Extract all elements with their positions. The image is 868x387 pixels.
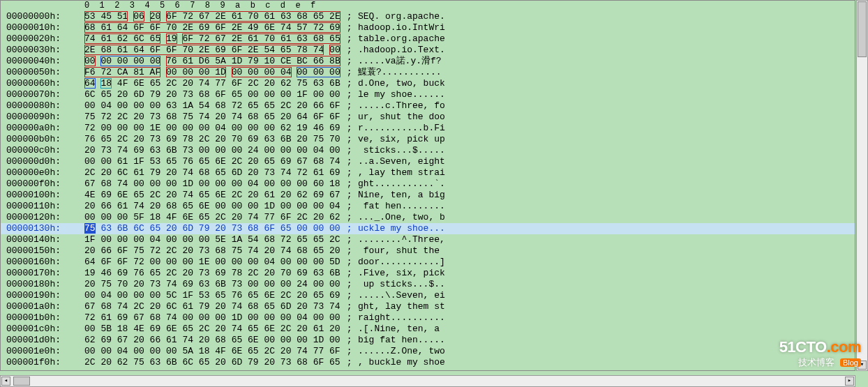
ascii-column[interactable]: r...........b.Fi: [358, 123, 445, 134]
hex-segment[interactable]: 00: [329, 45, 341, 55]
hex-segment[interactable]: [112, 78, 117, 89]
scroll-left-icon[interactable]: ◂: [1, 377, 10, 386]
hex-bytes[interactable]: 00 5B 18 4E 69 6E 65 2C 20 74 65 6E 2C 2…: [84, 324, 341, 335]
hex-bytes[interactable]: 20 66 61 74 20 68 65 6E 00 00 00 1D 00 0…: [84, 201, 341, 212]
hex-row[interactable]: 00000190h:00 04 00 00 00 5C 1F 53 65 76 …: [1, 290, 855, 301]
hex-segment[interactable]: 72 00 00 00 1E 00 00 00 04 00 00 00 62 1…: [84, 123, 341, 133]
hex-segment[interactable]: 75: [84, 223, 96, 234]
hex-bytes[interactable]: 20 66 6F 75 72 2C 20 73 68 75 74 20 74 6…: [84, 245, 341, 257]
ascii-column[interactable]: , buckle my shoe: [358, 357, 445, 368]
hex-segment[interactable]: [160, 11, 166, 22]
hex-segment[interactable]: 67 68 74 00 00 00 1D 00 00 00 04 00 00 0…: [84, 179, 341, 189]
hex-row[interactable]: 000000b0h:76 65 2C 20 73 69 78 2C 20 70 …: [1, 134, 855, 145]
hex-bytes[interactable]: 20 75 70 20 73 74 69 63 6B 73 00 00 00 2…: [84, 279, 341, 290]
hex-row[interactable]: 000001b0h:72 61 69 67 68 74 00 00 00 1D …: [1, 312, 855, 324]
hex-bytes[interactable]: 19 46 69 76 65 2C 20 73 69 78 2C 20 70 6…: [84, 268, 341, 279]
hex-bytes[interactable]: 75 63 6B 6C 65 20 6D 79 20 73 68 6F 65 0…: [84, 223, 341, 234]
ascii-column[interactable]: .[.Nine, ten, a: [358, 324, 445, 335]
hex-segment[interactable]: 2C 20 6C 61 79 20 74 68 65 6D 20 73 74 7…: [84, 167, 341, 178]
horizontal-scrollbar[interactable]: ◂ ▸: [0, 375, 855, 387]
hex-bytes[interactable]: 00 00 04 00 00 00 5A 18 4F 6E 65 2C 20 7…: [84, 346, 341, 357]
hex-row[interactable]: 000001c0h:00 5B 18 4E 69 6E 65 2C 20 74 …: [1, 324, 855, 335]
hex-bytes[interactable]: 00 00 00 5F 18 4F 6E 65 2C 20 74 77 6F 2…: [84, 212, 341, 223]
hex-segment[interactable]: 6C 65 20 6D 79 20 73 68 6F 65 00 00 00 1…: [84, 89, 341, 100]
ascii-column[interactable]: ..._.One, two, b: [358, 212, 445, 223]
ascii-column[interactable]: Nine, ten, a big: [358, 190, 445, 201]
hex-segment[interactable]: 00: [84, 56, 96, 66]
hex-bytes[interactable]: 62 69 67 20 66 61 74 20 68 65 6E 00 00 0…: [84, 335, 341, 346]
hex-row[interactable]: 000000e0h:2C 20 6C 61 79 20 74 68 65 6D …: [1, 167, 855, 179]
hex-row[interactable]: 000000d0h:00 00 61 1F 53 65 76 65 6E 2C …: [1, 156, 855, 167]
hex-segment[interactable]: [160, 56, 166, 66]
hex-segment[interactable]: 00 00 61 1F 53 65 76 65 6E 2C 20 65 69 6…: [84, 156, 341, 167]
hex-bytes[interactable]: 20 73 74 69 63 6B 73 00 00 00 24 00 00 0…: [84, 145, 341, 156]
hex-segment[interactable]: 00 00 00: [297, 67, 340, 77]
hex-segment[interactable]: 74 61 62 6C 65: [84, 33, 160, 44]
hex-bytes[interactable]: 74 61 62 6C 65 19 6F 72 67 2E 61 70 61 6…: [84, 33, 341, 45]
hex-row[interactable]: 00000050h:F6 72 CA 81 AF 00 00 00 1D 00 …: [1, 67, 855, 78]
hex-segment[interactable]: [160, 67, 166, 77]
hex-segment[interactable]: F6 72 CA 81 AF: [84, 67, 160, 77]
hex-row[interactable]: 00000160h:64 6F 6F 72 00 00 00 1E 00 00 …: [1, 257, 855, 268]
hex-row[interactable]: 00000090h:75 72 2C 20 73 68 75 74 20 74 …: [1, 112, 855, 123]
hex-row[interactable]: 00000010h:68 61 64 6F 6F 70 2E 69 6F 2E …: [1, 22, 855, 33]
hex-segment[interactable]: 2C 20 62 75 63 6B 6C 65 20 6D 79 20 73 6…: [84, 357, 341, 367]
hex-segment[interactable]: 53 45 51: [84, 11, 128, 22]
hex-segment[interactable]: 06: [133, 11, 144, 22]
hex-row[interactable]: 000001a0h:67 68 74 2C 20 6C 61 79 20 74 …: [1, 301, 855, 312]
vertical-scroll-thumb[interactable]: [858, 1, 867, 57]
hex-bytes[interactable]: 00 04 00 00 00 63 1A 54 68 72 65 65 2C 2…: [84, 100, 341, 112]
hex-row[interactable]: 00000000h:53 45 51 06 20 6F 72 67 2E 61 …: [1, 11, 855, 22]
hex-segment[interactable]: 00 00 00 04: [232, 67, 292, 77]
hex-row[interactable]: 00000130h:75 63 6B 6C 65 20 6D 79 20 73 …: [1, 223, 855, 234]
hex-bytes[interactable]: 67 68 74 2C 20 6C 61 79 20 74 68 65 6D 2…: [84, 301, 341, 312]
hex-segment[interactable]: 19 46 69 76 65 2C 20 73 69 78 2C 20 70 6…: [84, 268, 341, 278]
hex-segment[interactable]: 00 5B 18 4E 69 6E 65 2C 20 74 65 6E 2C 2…: [84, 324, 341, 334]
ascii-column[interactable]: hadoop.io.IntWri: [358, 22, 445, 33]
hex-bytes[interactable]: 6C 65 20 6D 79 20 73 68 6F 65 00 00 00 1…: [84, 89, 341, 100]
ascii-column[interactable]: 鰈蓑?...........: [358, 67, 442, 78]
ascii-column[interactable]: .....va諾.y.滑f?: [358, 56, 442, 67]
ascii-column[interactable]: SEQ. org.apache.: [358, 11, 445, 22]
hex-bytes[interactable]: 00 00 61 1F 53 65 76 65 6E 2C 20 65 69 6…: [84, 156, 341, 167]
hex-row[interactable]: 00000070h:6C 65 20 6D 79 20 73 68 6F 65 …: [1, 89, 855, 100]
hex-bytes[interactable]: F6 72 CA 81 AF 00 00 00 1D 00 00 00 04 0…: [84, 67, 341, 78]
hex-segment[interactable]: [226, 67, 232, 77]
hex-segment[interactable]: 76 61 D6 5A 1D 79 10 CE BC 66 8B: [166, 56, 341, 66]
scroll-right-icon[interactable]: ▸: [845, 377, 854, 386]
hex-row[interactable]: 000001e0h:00 00 04 00 00 00 5A 18 4F 6E …: [1, 346, 855, 357]
hex-row[interactable]: 00000030h:2E 68 61 64 6F 6F 70 2E 69 6F …: [1, 45, 855, 56]
hex-row[interactable]: 000001f0h:2C 20 62 75 63 6B 6C 65 20 6D …: [1, 357, 855, 368]
hex-segment[interactable]: 20 66 6F 75 72 2C 20 73 68 75 74 20 74 6…: [84, 245, 341, 256]
hex-segment[interactable]: 18: [100, 78, 112, 89]
hex-row[interactable]: 00000100h:4E 69 6E 65 2C 20 74 65 6E 2C …: [1, 190, 855, 201]
ascii-column[interactable]: ..a.Seven, eight: [358, 156, 445, 167]
hex-row[interactable]: 000001d0h:62 69 67 20 66 61 74 20 68 65 …: [1, 335, 855, 346]
hex-segment[interactable]: 00 04 00 00 00 63 1A 54 68 72 65 65 2C 2…: [84, 100, 341, 111]
hex-segment[interactable]: 20: [150, 11, 161, 22]
hex-segment[interactable]: 6F 72 67 2E 61 70 61 63 68 65: [182, 33, 340, 44]
hex-row[interactable]: 000000f0h:67 68 74 00 00 00 1D 00 00 00 …: [1, 179, 855, 190]
hex-bytes[interactable]: 72 00 00 00 1E 00 00 00 04 00 00 00 62 1…: [84, 123, 341, 134]
hex-bytes[interactable]: 00 04 00 00 00 5C 1F 53 65 76 65 6E 2C 2…: [84, 290, 341, 301]
ascii-column[interactable]: up sticks...$..: [358, 279, 445, 290]
ascii-column[interactable]: ......Z.One, two: [358, 346, 445, 357]
ascii-column[interactable]: d.One, two, buck: [358, 78, 445, 89]
hex-row[interactable]: 00000060h:64 18 4F 6E 65 2C 20 74 77 6F …: [1, 78, 855, 89]
ascii-column[interactable]: uckle my shoe...: [358, 223, 445, 234]
hex-segment[interactable]: 67 68 74 2C 20 6C 61 79 20 74 68 65 6D 2…: [84, 301, 341, 312]
hex-row[interactable]: 000000c0h:20 73 74 69 63 6B 73 00 00 00 …: [1, 145, 855, 156]
hex-segment[interactable]: 6F 72 67 2E 61 70 61 63 68 65 2E: [166, 11, 341, 22]
ascii-column[interactable]: le my shoe......: [358, 89, 445, 100]
hex-segment[interactable]: 00 04 00 00 00 5C 1F 53 65 76 65 6E 2C 2…: [84, 290, 341, 301]
hex-segment[interactable]: 00 00 04 00 00 00 5A 18 4F 6E 65 2C 20 7…: [84, 346, 341, 356]
hex-bytes[interactable]: 64 6F 6F 72 00 00 00 1E 00 00 00 04 00 0…: [84, 257, 341, 268]
hex-bytes[interactable]: 68 61 64 6F 6F 70 2E 69 6F 2E 49 6E 74 5…: [84, 22, 341, 33]
hex-bytes[interactable]: 64 18 4F 6E 65 2C 20 74 77 6F 2C 20 62 7…: [84, 78, 341, 89]
hex-segment[interactable]: 20 73 74 69 63 6B 73 00 00 00 24 00 00 0…: [84, 145, 341, 155]
hex-segment[interactable]: 75 72 2C 20 73 68 75 74 20 74 68 65 20 6…: [84, 112, 341, 122]
ascii-column[interactable]: ur, shut the doo: [358, 112, 445, 123]
hex-bytes[interactable]: 53 45 51 06 20 6F 72 67 2E 61 70 61 63 6…: [84, 11, 341, 22]
hex-segment[interactable]: 2E 68 61 64 6F 6F 70 2E 69 6F 2E 54 65 7…: [84, 45, 324, 55]
ascii-column[interactable]: door...........]: [358, 257, 445, 268]
